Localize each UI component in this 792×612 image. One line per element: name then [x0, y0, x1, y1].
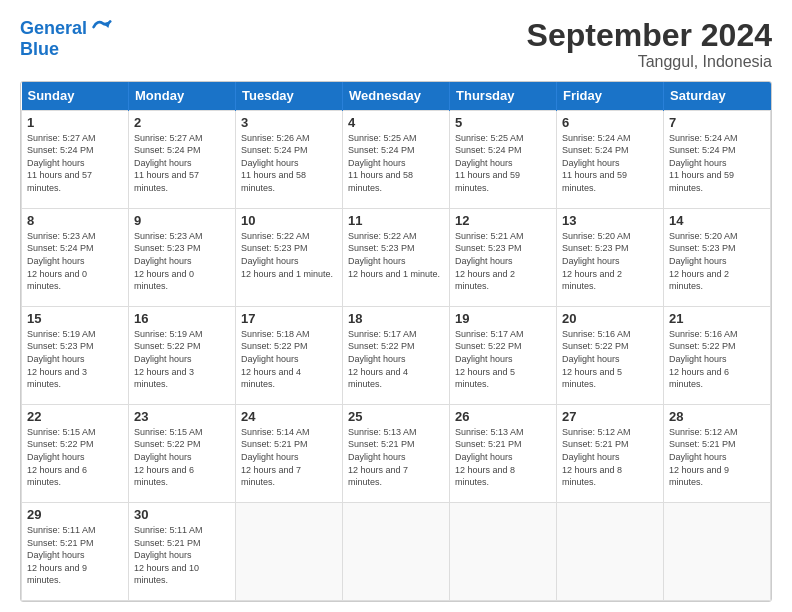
calendar-cell: 25Sunrise: 5:13 AMSunset: 5:21 PMDayligh… — [343, 404, 450, 502]
day-info: Sunrise: 5:21 AMSunset: 5:23 PMDaylight … — [455, 230, 551, 293]
day-info: Sunrise: 5:24 AMSunset: 5:24 PMDaylight … — [669, 132, 765, 195]
calendar-cell: 29Sunrise: 5:11 AMSunset: 5:21 PMDayligh… — [22, 502, 129, 600]
header: General Blue September 2024 Tanggul, Ind… — [20, 18, 772, 71]
calendar-cell: 23Sunrise: 5:15 AMSunset: 5:22 PMDayligh… — [129, 404, 236, 502]
calendar-week-row: 22Sunrise: 5:15 AMSunset: 5:22 PMDayligh… — [22, 404, 771, 502]
day-number: 4 — [348, 115, 444, 130]
day-number: 13 — [562, 213, 658, 228]
day-number: 10 — [241, 213, 337, 228]
day-info: Sunrise: 5:13 AMSunset: 5:21 PMDaylight … — [455, 426, 551, 489]
logo-icon — [90, 16, 112, 38]
calendar-cell: 13Sunrise: 5:20 AMSunset: 5:23 PMDayligh… — [557, 208, 664, 306]
title-block: September 2024 Tanggul, Indonesia — [527, 18, 772, 71]
calendar-cell: 30Sunrise: 5:11 AMSunset: 5:21 PMDayligh… — [129, 502, 236, 600]
calendar-cell — [664, 502, 771, 600]
col-tuesday: Tuesday — [236, 82, 343, 110]
calendar-week-row: 15Sunrise: 5:19 AMSunset: 5:23 PMDayligh… — [22, 306, 771, 404]
day-info: Sunrise: 5:13 AMSunset: 5:21 PMDaylight … — [348, 426, 444, 489]
day-number: 3 — [241, 115, 337, 130]
day-info: Sunrise: 5:20 AMSunset: 5:23 PMDaylight … — [669, 230, 765, 293]
day-info: Sunrise: 5:24 AMSunset: 5:24 PMDaylight … — [562, 132, 658, 195]
calendar-subtitle: Tanggul, Indonesia — [527, 53, 772, 71]
day-info: Sunrise: 5:22 AMSunset: 5:23 PMDaylight … — [241, 230, 337, 280]
calendar-cell: 27Sunrise: 5:12 AMSunset: 5:21 PMDayligh… — [557, 404, 664, 502]
calendar-cell — [557, 502, 664, 600]
calendar-cell: 11Sunrise: 5:22 AMSunset: 5:23 PMDayligh… — [343, 208, 450, 306]
day-number: 12 — [455, 213, 551, 228]
day-info: Sunrise: 5:14 AMSunset: 5:21 PMDaylight … — [241, 426, 337, 489]
calendar-cell: 17Sunrise: 5:18 AMSunset: 5:22 PMDayligh… — [236, 306, 343, 404]
calendar-cell: 19Sunrise: 5:17 AMSunset: 5:22 PMDayligh… — [450, 306, 557, 404]
day-number: 26 — [455, 409, 551, 424]
day-info: Sunrise: 5:15 AMSunset: 5:22 PMDaylight … — [134, 426, 230, 489]
calendar-cell — [343, 502, 450, 600]
day-info: Sunrise: 5:27 AMSunset: 5:24 PMDaylight … — [134, 132, 230, 195]
day-number: 14 — [669, 213, 765, 228]
calendar-cell: 12Sunrise: 5:21 AMSunset: 5:23 PMDayligh… — [450, 208, 557, 306]
day-info: Sunrise: 5:12 AMSunset: 5:21 PMDaylight … — [562, 426, 658, 489]
day-number: 11 — [348, 213, 444, 228]
day-info: Sunrise: 5:18 AMSunset: 5:22 PMDaylight … — [241, 328, 337, 391]
day-info: Sunrise: 5:16 AMSunset: 5:22 PMDaylight … — [669, 328, 765, 391]
day-info: Sunrise: 5:16 AMSunset: 5:22 PMDaylight … — [562, 328, 658, 391]
calendar-cell: 7Sunrise: 5:24 AMSunset: 5:24 PMDaylight… — [664, 110, 771, 208]
calendar-cell: 8Sunrise: 5:23 AMSunset: 5:24 PMDaylight… — [22, 208, 129, 306]
col-sunday: Sunday — [22, 82, 129, 110]
day-number: 2 — [134, 115, 230, 130]
day-info: Sunrise: 5:25 AMSunset: 5:24 PMDaylight … — [455, 132, 551, 195]
day-info: Sunrise: 5:15 AMSunset: 5:22 PMDaylight … — [27, 426, 123, 489]
day-info: Sunrise: 5:23 AMSunset: 5:23 PMDaylight … — [134, 230, 230, 293]
calendar-cell: 21Sunrise: 5:16 AMSunset: 5:22 PMDayligh… — [664, 306, 771, 404]
calendar-cell: 9Sunrise: 5:23 AMSunset: 5:23 PMDaylight… — [129, 208, 236, 306]
calendar-title: September 2024 — [527, 18, 772, 53]
day-info: Sunrise: 5:25 AMSunset: 5:24 PMDaylight … — [348, 132, 444, 195]
day-number: 23 — [134, 409, 230, 424]
day-number: 6 — [562, 115, 658, 130]
calendar-cell: 26Sunrise: 5:13 AMSunset: 5:21 PMDayligh… — [450, 404, 557, 502]
logo: General Blue — [20, 18, 112, 60]
day-info: Sunrise: 5:19 AMSunset: 5:23 PMDaylight … — [27, 328, 123, 391]
calendar-week-row: 29Sunrise: 5:11 AMSunset: 5:21 PMDayligh… — [22, 502, 771, 600]
day-number: 22 — [27, 409, 123, 424]
day-info: Sunrise: 5:19 AMSunset: 5:22 PMDaylight … — [134, 328, 230, 391]
day-number: 19 — [455, 311, 551, 326]
day-number: 7 — [669, 115, 765, 130]
day-number: 1 — [27, 115, 123, 130]
calendar-cell: 22Sunrise: 5:15 AMSunset: 5:22 PMDayligh… — [22, 404, 129, 502]
day-info: Sunrise: 5:12 AMSunset: 5:21 PMDaylight … — [669, 426, 765, 489]
day-number: 24 — [241, 409, 337, 424]
day-number: 21 — [669, 311, 765, 326]
calendar-cell: 5Sunrise: 5:25 AMSunset: 5:24 PMDaylight… — [450, 110, 557, 208]
logo-text-blue: Blue — [20, 40, 112, 60]
logo-text: General — [20, 19, 87, 39]
calendar-cell: 3Sunrise: 5:26 AMSunset: 5:24 PMDaylight… — [236, 110, 343, 208]
calendar-table: Sunday Monday Tuesday Wednesday Thursday… — [21, 82, 771, 601]
col-wednesday: Wednesday — [343, 82, 450, 110]
day-info: Sunrise: 5:11 AMSunset: 5:21 PMDaylight … — [134, 524, 230, 587]
page: General Blue September 2024 Tanggul, Ind… — [0, 0, 792, 612]
calendar-cell: 20Sunrise: 5:16 AMSunset: 5:22 PMDayligh… — [557, 306, 664, 404]
day-number: 5 — [455, 115, 551, 130]
calendar-cell: 14Sunrise: 5:20 AMSunset: 5:23 PMDayligh… — [664, 208, 771, 306]
calendar-cell: 6Sunrise: 5:24 AMSunset: 5:24 PMDaylight… — [557, 110, 664, 208]
calendar-cell: 28Sunrise: 5:12 AMSunset: 5:21 PMDayligh… — [664, 404, 771, 502]
calendar-cell: 24Sunrise: 5:14 AMSunset: 5:21 PMDayligh… — [236, 404, 343, 502]
col-saturday: Saturday — [664, 82, 771, 110]
calendar-cell: 15Sunrise: 5:19 AMSunset: 5:23 PMDayligh… — [22, 306, 129, 404]
day-number: 17 — [241, 311, 337, 326]
day-number: 15 — [27, 311, 123, 326]
calendar-cell: 1Sunrise: 5:27 AMSunset: 5:24 PMDaylight… — [22, 110, 129, 208]
day-info: Sunrise: 5:20 AMSunset: 5:23 PMDaylight … — [562, 230, 658, 293]
calendar: Sunday Monday Tuesday Wednesday Thursday… — [20, 81, 772, 602]
day-number: 16 — [134, 311, 230, 326]
calendar-cell: 10Sunrise: 5:22 AMSunset: 5:23 PMDayligh… — [236, 208, 343, 306]
day-number: 27 — [562, 409, 658, 424]
day-number: 8 — [27, 213, 123, 228]
calendar-week-row: 1Sunrise: 5:27 AMSunset: 5:24 PMDaylight… — [22, 110, 771, 208]
day-number: 29 — [27, 507, 123, 522]
calendar-cell: 16Sunrise: 5:19 AMSunset: 5:22 PMDayligh… — [129, 306, 236, 404]
calendar-cell: 4Sunrise: 5:25 AMSunset: 5:24 PMDaylight… — [343, 110, 450, 208]
col-monday: Monday — [129, 82, 236, 110]
day-number: 30 — [134, 507, 230, 522]
day-info: Sunrise: 5:22 AMSunset: 5:23 PMDaylight … — [348, 230, 444, 280]
